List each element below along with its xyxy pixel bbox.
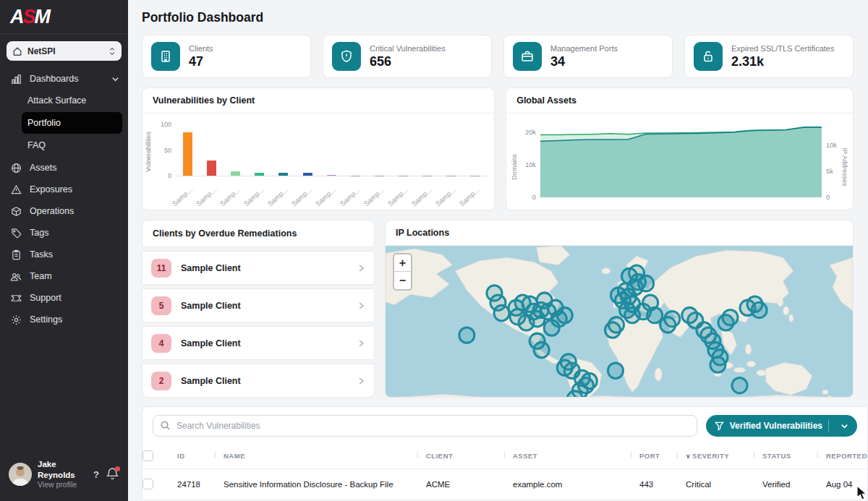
page-title: Portfolio Dashboard bbox=[142, 10, 854, 25]
notification-bell-icon[interactable] bbox=[106, 467, 119, 481]
overdue-client-row[interactable]: 5 Sample Client bbox=[142, 288, 375, 322]
select-all-checkbox[interactable] bbox=[142, 450, 153, 461]
sidebar-item-tags[interactable]: Tags bbox=[0, 222, 128, 244]
cell-name: Sensitive Information Disclosure - Backu… bbox=[224, 469, 426, 500]
cell-port: 443 bbox=[639, 469, 686, 500]
row-checkbox[interactable] bbox=[142, 479, 153, 489]
ip-location-marker[interactable] bbox=[710, 357, 726, 372]
svg-text:20k: 20k bbox=[525, 129, 536, 136]
ip-location-marker[interactable] bbox=[723, 309, 738, 325]
x-axis-label: Samp… bbox=[463, 176, 487, 205]
overdue-count-badge: 11 bbox=[151, 259, 171, 278]
map-zoom-out-button[interactable]: − bbox=[394, 272, 411, 289]
sidebar-item-settings[interactable]: Settings bbox=[0, 309, 128, 330]
people-icon bbox=[10, 270, 22, 282]
org-name: NetSPI bbox=[27, 46, 103, 56]
warning-triangle-icon bbox=[10, 184, 22, 195]
globe-icon bbox=[10, 162, 22, 174]
sidebar-item-portfolio[interactable]: Portfolio bbox=[22, 112, 122, 134]
bar bbox=[295, 119, 319, 176]
svg-text:Domains: Domains bbox=[511, 154, 518, 180]
stat-card-expired-certificates: Expired SSL/TLS Certificates2.31k bbox=[684, 35, 854, 78]
bar bbox=[391, 119, 415, 176]
cell-client: ACME bbox=[426, 469, 513, 500]
overdue-client-row[interactable]: 4 Sample Client bbox=[142, 326, 375, 360]
logo-letter-a: A bbox=[10, 6, 23, 28]
ip-location-marker[interactable] bbox=[639, 275, 654, 291]
stat-card-management-ports: Management Ports34 bbox=[503, 35, 673, 78]
ip-location-marker[interactable] bbox=[608, 317, 624, 333]
vulnerabilities-table: ID NAME CLIENT ASSET PORT ∨SEVERITY STAT… bbox=[142, 443, 868, 500]
column-header-status[interactable]: STATUS bbox=[762, 443, 826, 469]
ip-location-marker[interactable] bbox=[557, 307, 572, 322]
cell-severity: Critical bbox=[686, 469, 762, 500]
verified-vulnerabilities-filter-button[interactable]: Verified Vulnerabilities bbox=[706, 415, 857, 437]
cell-id: 24718 bbox=[177, 469, 224, 500]
sidebar-item-support[interactable]: Support bbox=[0, 287, 128, 309]
svg-text:10k: 10k bbox=[525, 161, 536, 168]
sidebar-item-exposures[interactable]: Exposures bbox=[0, 179, 128, 200]
overdue-count-badge: 5 bbox=[151, 296, 171, 315]
sidebar-item-team[interactable]: Team bbox=[0, 265, 128, 287]
bar-chart-bars bbox=[176, 119, 487, 176]
sidebar-item-dashboards[interactable]: Dashboards bbox=[0, 68, 128, 90]
vulnerabilities-table-card: Verified Vulnerabilities ID NAME CLIENT … bbox=[142, 406, 868, 501]
sidebar-item-assets[interactable]: Assets bbox=[0, 157, 128, 179]
column-header-client[interactable]: CLIENT bbox=[426, 443, 513, 469]
svg-text:0: 0 bbox=[826, 194, 830, 201]
ip-location-marker[interactable] bbox=[752, 302, 767, 317]
column-header-asset[interactable]: ASSET bbox=[513, 443, 639, 469]
cell-status: Verified bbox=[762, 469, 826, 500]
column-header-port[interactable]: PORT bbox=[639, 443, 686, 469]
global-assets-chart: 010k20k05k10kDomainsIP Addresses bbox=[506, 114, 853, 210]
briefcase-icon bbox=[513, 42, 542, 71]
chevron-down-icon bbox=[111, 75, 119, 83]
map-title: IP Locations bbox=[386, 220, 853, 246]
ip-location-marker[interactable] bbox=[494, 305, 509, 320]
ip-location-marker[interactable] bbox=[567, 391, 582, 398]
map-zoom-in-button[interactable]: + bbox=[394, 254, 411, 272]
ip-location-marker[interactable] bbox=[647, 307, 663, 322]
clipboard-icon bbox=[10, 249, 22, 260]
chevron-right-icon bbox=[357, 377, 365, 385]
ip-location-marker[interactable] bbox=[608, 363, 623, 378]
help-icon[interactable]: ? bbox=[92, 469, 101, 480]
chevron-right-icon bbox=[357, 264, 365, 273]
sidebar-item-tasks[interactable]: Tasks bbox=[0, 244, 128, 265]
column-header-severity[interactable]: ∨SEVERITY bbox=[686, 443, 762, 469]
search-icon bbox=[160, 420, 171, 434]
column-header-id[interactable]: ID bbox=[177, 443, 224, 469]
bar bbox=[176, 119, 200, 176]
ip-location-marker[interactable] bbox=[732, 377, 747, 393]
gear-icon bbox=[10, 314, 22, 325]
column-header-name[interactable]: NAME bbox=[224, 443, 426, 469]
ip-location-marker[interactable] bbox=[534, 342, 549, 357]
sidebar-item-faq[interactable]: FAQ bbox=[22, 134, 122, 156]
user-profile[interactable]: Jake Reynolds View profile ? bbox=[0, 450, 128, 501]
avatar bbox=[9, 463, 32, 486]
org-selector[interactable]: NetSPI bbox=[7, 41, 122, 61]
bar-chart-x-labels: Samp…Samp…Samp…Samp…Samp…Samp…Samp…Samp…… bbox=[176, 176, 487, 205]
overdue-client-row[interactable]: 2 Sample Client bbox=[142, 364, 375, 398]
app-logo: ASM bbox=[0, 0, 128, 34]
y-axis-label: Vulnerabilities bbox=[145, 132, 152, 172]
sidebar-item-attack-surface[interactable]: Attack Surface bbox=[22, 90, 122, 111]
table-row[interactable]: 24718 Sensitive Information Disclosure -… bbox=[142, 469, 868, 500]
ip-location-marker[interactable] bbox=[665, 311, 680, 326]
mouse-cursor bbox=[856, 485, 868, 501]
ip-location-marker[interactable] bbox=[459, 327, 475, 343]
vulnerabilities-by-client-card: Vulnerabilities by Client Vulnerabilitie… bbox=[142, 87, 495, 210]
ip-location-marker[interactable] bbox=[544, 320, 559, 335]
view-profile-link[interactable]: View profile bbox=[38, 480, 86, 489]
chevron-updown-icon bbox=[109, 46, 116, 56]
svg-text:IP Addresses: IP Addresses bbox=[841, 148, 848, 187]
column-header-reported-at[interactable]: REPORTED AT bbox=[826, 443, 868, 469]
search-input[interactable] bbox=[153, 415, 697, 437]
svg-text:0: 0 bbox=[532, 194, 536, 201]
world-map[interactable]: + − bbox=[386, 246, 853, 398]
overdue-client-row[interactable]: 11 Sample Client bbox=[142, 251, 375, 285]
ip-location-marker[interactable] bbox=[510, 309, 525, 324]
sidebar: ASM NetSPI Dashboards Attack Surface Por… bbox=[0, 0, 128, 501]
sidebar-item-operations[interactable]: Operations bbox=[0, 200, 128, 222]
svg-text:5k: 5k bbox=[826, 168, 833, 175]
